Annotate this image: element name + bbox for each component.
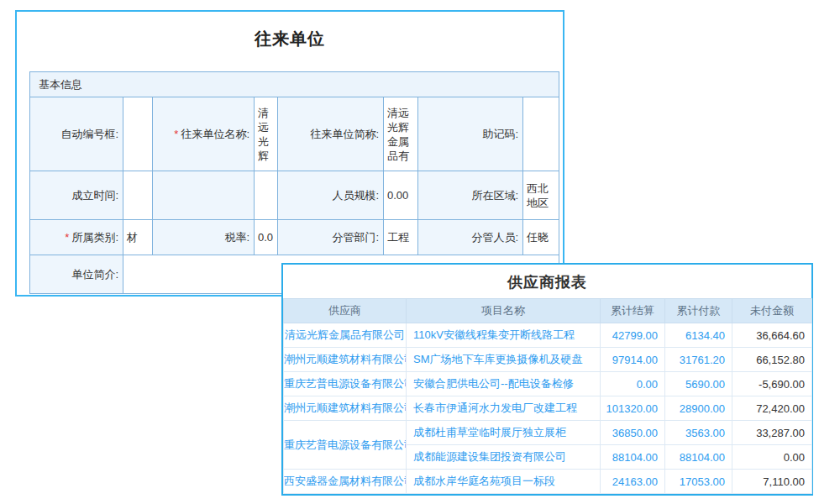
column-header-unpaid: 未付金额	[732, 299, 812, 323]
founded-date-value	[123, 171, 153, 220]
section-header-basic-info: 基本信息	[30, 72, 559, 97]
staff-size-value: 0.00	[384, 171, 418, 220]
region-value: 西北地区	[523, 171, 559, 220]
supplier-link[interactable]: 潮州元顺建筑材料有限公司	[284, 396, 407, 421]
table-row[interactable]: 重庆艺普电源设备有限公司 成都杜甫草堂临时展厅独立展柜 36850.00 356…	[284, 421, 812, 445]
table-row[interactable]: 潮州元顺建筑材料有限公司 SM广场地下车库更换摄像机及硬盘 97914.00 3…	[284, 348, 812, 372]
partner-short-name-label: 往来单位简称:	[278, 97, 384, 171]
column-header-paid: 累计付款	[665, 299, 732, 323]
paid-amount: 28900.00	[665, 396, 732, 421]
manager-value: 任晓	[523, 220, 559, 255]
paid-amount: 31761.20	[665, 348, 732, 372]
paid-amount: 5690.00	[665, 372, 732, 396]
settled-amount: 42799.00	[601, 323, 665, 348]
mnemonic-code-value	[523, 97, 559, 171]
column-header-supplier: 供应商	[284, 299, 407, 323]
supplier-link[interactable]: 清远光辉金属品有限公司	[284, 323, 407, 348]
project-link[interactable]: 成都水岸华庭名苑项目一标段	[407, 470, 601, 494]
empty-value-cell	[255, 171, 278, 220]
department-value: 工程	[384, 220, 418, 255]
project-link[interactable]: 成都杜甫草堂临时展厅独立展柜	[407, 421, 601, 445]
founded-date-label: 成立时间:	[30, 171, 123, 220]
supplier-report-panel: 供应商报表 供应商 项目名称 累计结算 累计付款 未付金额 清远光辉金属品有限公…	[281, 263, 813, 496]
table-row[interactable]: 潮州元顺建筑材料有限公司 长春市伊通河水力发电厂改建工程 101320.00 2…	[284, 396, 812, 421]
project-link[interactable]: 成都能源建设集团投资有限公司	[407, 445, 601, 470]
settled-amount: 24163.00	[601, 470, 665, 494]
partner-name-label: *往来单位名称:	[153, 97, 255, 171]
empty-label-cell	[153, 171, 255, 220]
table-row[interactable]: 重庆艺普电源设备有限公司 安徽合肥供电公司--配电设备检修 0.00 5690.…	[284, 372, 812, 396]
unpaid-amount: 36,664.60	[732, 323, 812, 348]
basic-info-section: 基本信息 自动编号框: *往来单位名称: 清远光辉 往来单位简称: 清远光辉金属…	[29, 71, 559, 294]
settled-amount: 0.00	[601, 372, 665, 396]
partner-short-name-value: 清远光辉金属品有	[384, 97, 418, 171]
unpaid-amount: 7,110.00	[732, 470, 812, 494]
unpaid-amount: 72,420.00	[732, 396, 812, 421]
paid-amount: 6134.40	[665, 323, 732, 348]
unpaid-amount: 33,287.00	[732, 421, 812, 445]
intro-label: 单位简介:	[30, 255, 123, 294]
form-title: 往来单位	[17, 12, 563, 50]
tax-rate-value: 0.0	[255, 220, 278, 255]
manager-label: 分管人员:	[418, 220, 523, 255]
project-link[interactable]: 110kV安徽线程集变开断线路工程	[407, 323, 601, 348]
partner-form-panel: 往来单位 基本信息 自动编号框: *往来单位名称: 清远光辉 往来单位简称: 清…	[15, 10, 564, 297]
settled-amount: 88104.00	[601, 445, 665, 470]
required-icon: *	[65, 231, 69, 244]
supplier-link[interactable]: 重庆艺普电源设备有限公司	[284, 421, 407, 470]
column-header-project: 项目名称	[407, 299, 601, 323]
staff-size-label: 人员规模:	[278, 171, 384, 220]
department-label: 分管部门:	[278, 220, 384, 255]
table-row[interactable]: 西安盛器金属材料有限公司 成都水岸华庭名苑项目一标段 24163.00 1705…	[284, 470, 812, 494]
category-label: *所属类别:	[30, 220, 123, 255]
supplier-link[interactable]: 潮州元顺建筑材料有限公司	[284, 348, 407, 372]
region-label: 所在区域:	[418, 171, 523, 220]
category-value: 材	[123, 220, 153, 255]
project-link[interactable]: SM广场地下车库更换摄像机及硬盘	[407, 348, 601, 372]
auto-number-value	[123, 97, 153, 171]
settled-amount: 101320.00	[601, 396, 665, 421]
paid-amount: 88104.00	[665, 445, 732, 470]
paid-amount: 3563.00	[665, 421, 732, 445]
unpaid-amount: -5,690.00	[732, 372, 812, 396]
project-link[interactable]: 安徽合肥供电公司--配电设备检修	[407, 372, 601, 396]
column-header-settled: 累计结算	[601, 299, 665, 323]
report-title: 供应商报表	[283, 265, 811, 298]
unpaid-amount: 66,152.80	[732, 348, 812, 372]
paid-amount: 17053.00	[665, 470, 732, 494]
tax-rate-label: 税率:	[153, 220, 255, 255]
report-header-row: 供应商 项目名称 累计结算 累计付款 未付金额	[284, 299, 812, 323]
settled-amount: 97914.00	[601, 348, 665, 372]
table-row[interactable]: 清远光辉金属品有限公司 110kV安徽线程集变开断线路工程 42799.00 6…	[284, 323, 812, 348]
supplier-report-table: 供应商 项目名称 累计结算 累计付款 未付金额 清远光辉金属品有限公司 110k…	[283, 298, 812, 494]
supplier-link[interactable]: 西安盛器金属材料有限公司	[284, 470, 407, 494]
partner-name-value: 清远光辉	[255, 97, 278, 171]
mnemonic-code-label: 助记码:	[418, 97, 523, 171]
settled-amount: 36850.00	[601, 421, 665, 445]
auto-number-label: 自动编号框:	[30, 97, 123, 171]
basic-info-table: 基本信息 自动编号框: *往来单位名称: 清远光辉 往来单位简称: 清远光辉金属…	[29, 71, 559, 294]
unpaid-amount: 0.00	[732, 445, 812, 470]
supplier-link[interactable]: 重庆艺普电源设备有限公司	[284, 372, 407, 396]
required-icon: *	[174, 128, 178, 140]
project-link[interactable]: 长春市伊通河水力发电厂改建工程	[407, 396, 601, 421]
